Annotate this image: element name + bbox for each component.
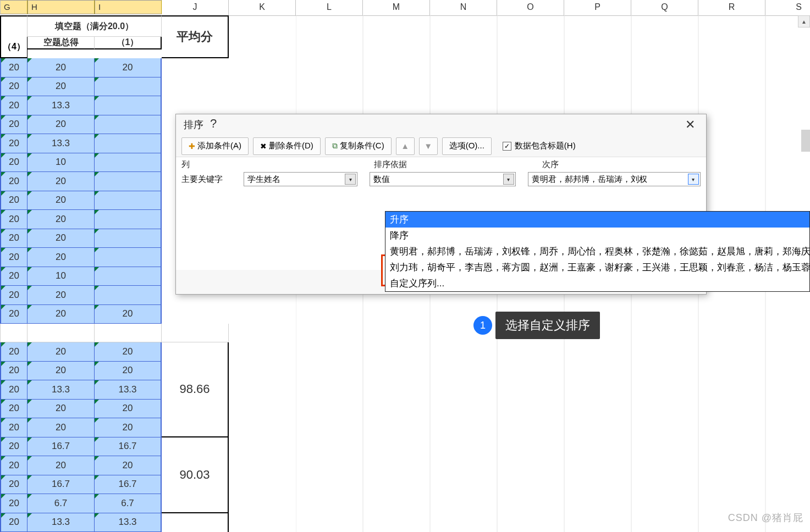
cell[interactable]: 20 xyxy=(27,172,95,191)
cell[interactable]: 20 xyxy=(95,456,162,475)
cell[interactable] xyxy=(95,134,162,153)
cell[interactable]: 13.3 xyxy=(27,134,95,153)
header-avg[interactable]: 平均分 xyxy=(162,15,229,58)
scroll-up-button[interactable]: ▲ xyxy=(798,15,810,27)
cell[interactable]: 20 xyxy=(0,418,27,437)
cell[interactable]: 16.7 xyxy=(27,437,95,457)
add-condition-button[interactable]: ✚添加条件(A) xyxy=(181,137,249,155)
cell[interactable]: 20 xyxy=(0,58,27,77)
header-fill-title[interactable]: 填空题（满分20.0） xyxy=(27,15,162,37)
cell[interactable]: 20 xyxy=(0,286,27,305)
cell[interactable]: 10 xyxy=(27,267,95,286)
cell[interactable]: 20 xyxy=(27,286,95,305)
cell[interactable] xyxy=(95,229,162,248)
cell[interactable]: 20 xyxy=(0,115,27,135)
cell[interactable]: 20 xyxy=(95,58,162,77)
col-header-g[interactable]: G xyxy=(0,0,27,14)
cell[interactable] xyxy=(95,286,162,305)
cell[interactable]: 20 xyxy=(27,248,95,267)
col-header-r[interactable]: R xyxy=(698,0,765,15)
cell[interactable]: 20 xyxy=(27,115,95,135)
help-button[interactable]: ? xyxy=(203,117,223,131)
cell[interactable]: 13.3 xyxy=(95,513,162,533)
cell[interactable]: 16.7 xyxy=(27,475,95,495)
header-sub0[interactable]: （4） xyxy=(0,37,27,58)
col-header-s[interactable]: S xyxy=(765,0,810,15)
cell[interactable] xyxy=(95,267,162,286)
cell[interactable]: 20 xyxy=(27,229,95,248)
col-header-i[interactable]: I xyxy=(95,0,162,14)
cell[interactable]: 13.3 xyxy=(95,380,162,400)
cell[interactable]: 13.3 xyxy=(27,513,95,533)
cell[interactable]: 20 xyxy=(27,342,95,362)
cell[interactable]: 20 xyxy=(0,494,27,513)
avg-cell[interactable]: 96.68 xyxy=(162,513,229,533)
cell[interactable]: 20 xyxy=(27,210,95,229)
header-sub1[interactable]: 空题总得 xyxy=(27,37,95,49)
cell[interactable]: 10 xyxy=(27,153,95,173)
cell[interactable]: 6.7 xyxy=(95,494,162,513)
move-down-button[interactable]: ▼ xyxy=(419,137,438,155)
cell[interactable]: 20 xyxy=(27,400,95,419)
cell[interactable]: 20 xyxy=(27,456,95,475)
cell[interactable]: 20 xyxy=(0,248,27,267)
cell[interactable]: 20 xyxy=(95,342,162,362)
cell[interactable]: 20 xyxy=(0,134,27,153)
header-sub2[interactable]: （1） xyxy=(95,37,162,49)
cell[interactable] xyxy=(95,77,162,97)
col-header-k[interactable]: K xyxy=(229,0,296,15)
col-header-q[interactable]: Q xyxy=(631,0,698,15)
cell[interactable]: 20 xyxy=(95,362,162,381)
cell[interactable]: 20 xyxy=(0,513,27,533)
order-dropdown[interactable]: 升序 降序 黄明君，郝邦博，岳瑞涛，刘权锋，周乔，周心怡，程奥林，张楚瀚，徐懿茹… xyxy=(385,211,810,292)
cell[interactable]: 20 xyxy=(95,400,162,419)
cell[interactable]: 20 xyxy=(27,77,95,97)
col-header-p[interactable]: P xyxy=(564,0,631,15)
cell[interactable]: 20 xyxy=(0,456,27,475)
cell[interactable] xyxy=(95,153,162,173)
cell[interactable] xyxy=(95,248,162,267)
cell[interactable] xyxy=(95,191,162,210)
cell[interactable]: 20 xyxy=(95,418,162,437)
delete-condition-button[interactable]: ✖删除条件(D) xyxy=(253,137,321,155)
cell[interactable]: 20 xyxy=(0,210,27,229)
cell[interactable]: 20 xyxy=(27,418,95,437)
has-header-checkbox[interactable]: ✓ 数据包含标题(H) xyxy=(503,141,576,151)
column-select[interactable]: 学生姓名▾ xyxy=(244,172,357,186)
cell[interactable]: 20 xyxy=(0,267,27,286)
order-select[interactable]: 黄明君，郝邦博，岳瑞涛，刘权▾ xyxy=(528,172,701,186)
col-header-n[interactable]: N xyxy=(430,0,497,15)
cell[interactable]: 20 xyxy=(0,342,27,362)
cell[interactable]: 20 xyxy=(95,305,162,324)
col-header-j[interactable]: J xyxy=(162,0,229,15)
cell[interactable]: 20 xyxy=(27,362,95,381)
cell[interactable]: 20 xyxy=(0,380,27,400)
cell[interactable]: 20 xyxy=(0,437,27,457)
dropdown-item-desc[interactable]: 降序 xyxy=(385,228,809,243)
dropdown-item-asc[interactable]: 升序 xyxy=(385,212,809,228)
cell[interactable]: 20 xyxy=(0,229,27,248)
cell[interactable]: 20 xyxy=(0,191,27,210)
dropdown-item-customlist[interactable]: 自定义序列... xyxy=(385,275,809,291)
cell[interactable]: 20 xyxy=(0,305,27,324)
cell[interactable]: 13.3 xyxy=(27,380,95,400)
scrollbar-thumb[interactable] xyxy=(801,130,810,152)
cell[interactable]: 20 xyxy=(0,153,27,173)
cell[interactable]: 20 xyxy=(0,362,27,381)
cell[interactable] xyxy=(95,115,162,135)
cell[interactable] xyxy=(95,172,162,191)
col-header-o[interactable]: O xyxy=(497,0,564,15)
cell[interactable]: 16.7 xyxy=(95,475,162,495)
col-header-m[interactable]: M xyxy=(363,0,430,15)
move-up-button[interactable]: ▲ xyxy=(396,137,415,155)
cell[interactable]: 20 xyxy=(27,191,95,210)
avg-cell[interactable]: 98.66 xyxy=(162,342,229,437)
copy-condition-button[interactable]: ⧉复制条件(C) xyxy=(325,137,392,155)
dropdown-item-custom2[interactable]: 刘力玮，胡奇平，李吉恩，蒋方圆，赵洲，王嘉豪，谢籽豪，王兴港，王思颖，刘春意，杨… xyxy=(385,259,809,275)
cell[interactable]: 20 xyxy=(27,305,95,324)
cell[interactable] xyxy=(95,210,162,229)
cell[interactable]: 20 xyxy=(0,475,27,495)
cell[interactable]: 20 xyxy=(0,96,27,115)
close-button[interactable]: ✕ xyxy=(682,118,698,132)
dropdown-item-custom1[interactable]: 黄明君，郝邦博，岳瑞涛，刘权锋，周乔，周心怡，程奥林，张楚瀚，徐懿茹，赵晨旭，唐… xyxy=(385,243,809,259)
